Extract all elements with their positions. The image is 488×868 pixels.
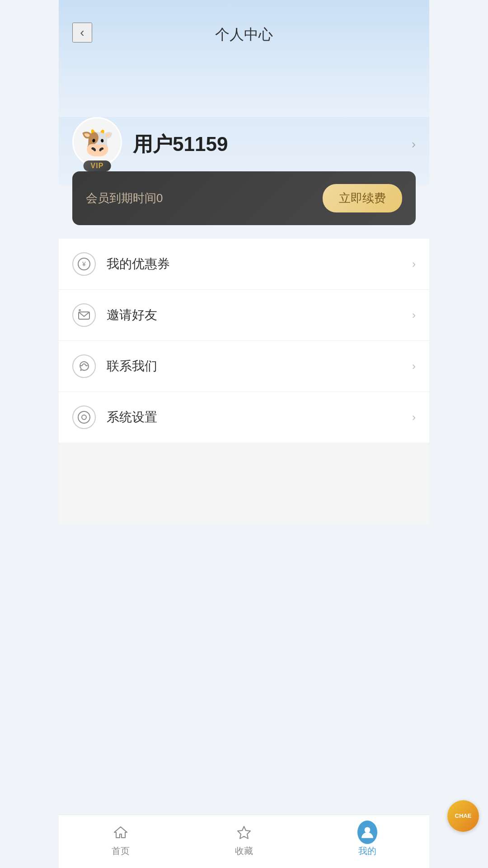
svg-point-8	[82, 415, 86, 420]
bottom-nav: 首页 收藏 我的	[59, 815, 429, 868]
empty-space	[59, 443, 429, 524]
avatar: 🐮	[72, 117, 122, 167]
home-icon	[111, 822, 131, 842]
invite-chevron-icon: ›	[412, 309, 416, 321]
contact-chevron-icon: ›	[412, 360, 416, 373]
invite-label: 邀请好友	[107, 307, 412, 324]
favorites-icon	[234, 822, 254, 842]
profile-chevron-icon[interactable]: ›	[412, 137, 416, 151]
contact-icon	[72, 354, 96, 378]
menu-item-contact[interactable]: 联系我们 ›	[59, 341, 429, 392]
settings-label: 系统设置	[107, 409, 412, 426]
svg-point-10	[365, 827, 371, 833]
nav-item-favorites[interactable]: 收藏	[182, 822, 305, 857]
mine-icon	[357, 822, 377, 842]
renew-button[interactable]: 立即续费	[323, 184, 402, 212]
menu-item-settings[interactable]: 系统设置 ›	[59, 392, 429, 443]
coupon-chevron-icon: ›	[412, 258, 416, 270]
nav-item-mine[interactable]: 我的	[306, 822, 429, 857]
page-title: 个人中心	[72, 23, 416, 45]
username: 用户51159	[133, 131, 228, 158]
svg-point-7	[78, 411, 90, 423]
contact-label: 联系我们	[107, 358, 412, 375]
mine-nav-label: 我的	[358, 845, 376, 857]
nav-item-home[interactable]: 首页	[59, 822, 182, 857]
invite-icon	[72, 303, 96, 327]
vip-badge: VIP	[84, 160, 111, 171]
svg-marker-9	[238, 826, 250, 839]
vip-banner: 会员到期时间0 立即续费	[72, 171, 416, 225]
avatar-image: 🐮	[80, 126, 114, 158]
menu-item-invite[interactable]: 邀请好友 ›	[59, 290, 429, 341]
coupon-icon: ¥	[72, 252, 96, 276]
header: ‹ 个人中心	[59, 0, 429, 117]
settings-icon	[72, 406, 96, 429]
menu-card: ¥ 我的优惠券 › 邀请好友 ›	[59, 239, 429, 443]
favorites-nav-label: 收藏	[235, 845, 253, 857]
avatar-container[interactable]: 🐮 VIP	[72, 117, 122, 171]
settings-chevron-icon: ›	[412, 411, 416, 424]
vip-expire-text: 会员到期时间0	[86, 190, 163, 206]
svg-text:¥: ¥	[82, 260, 86, 268]
back-button[interactable]: ‹	[72, 23, 92, 42]
coupon-label: 我的优惠券	[107, 255, 412, 273]
menu-item-coupon[interactable]: ¥ 我的优惠券 ›	[59, 239, 429, 290]
home-nav-label: 首页	[112, 845, 130, 857]
